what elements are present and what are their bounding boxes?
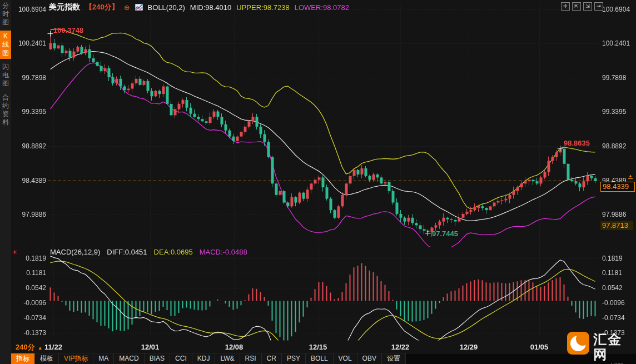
trading-app-window: 分时图K线图闪电图合约资料 ☀ 美元指数 【240分】 ⊕ BOLL(20,2)… — [0, 0, 636, 364]
high-price-label-1: 100.3748 — [53, 26, 83, 34]
logo-mark-icon — [567, 332, 589, 355]
main-axis-tick-right: 97.9886 — [602, 211, 626, 218]
bottom-tab-template[interactable]: 模板 — [35, 353, 59, 364]
bottom-tab-boll[interactable]: BOLL — [306, 353, 334, 364]
sidebar-tab-k-line-chart[interactable]: K线图 — [0, 31, 11, 59]
sidebar-tab-flash-chart[interactable]: 闪电图 — [0, 61, 11, 89]
bottom-tab-bias[interactable]: BIAS — [145, 353, 170, 364]
x-axis-date-label: 12/15 — [309, 343, 327, 351]
indicator-toolbar: 指标模板VIP指标MAMACDBIASCCIKDJLW&RSICRPSYBOLL… — [11, 353, 636, 364]
main-axis-tick-right: 99.7898 — [602, 74, 626, 82]
period-arrow-icon: ▲ — [38, 345, 43, 351]
period-selector[interactable]: 240分▲ — [16, 342, 43, 352]
low-price-label: 97.7445 — [432, 230, 458, 238]
current-price-box: 98.4339 — [600, 182, 635, 192]
main-axis-tick-left: 100.6904 — [15, 6, 46, 13]
boll-mid-value: MID:98.4010 — [190, 3, 231, 12]
x-axis-date-label: 12/08 — [225, 343, 244, 351]
logo-url: www.gold678.com — [593, 362, 636, 364]
bottom-tab-macd[interactable]: MACD — [114, 353, 144, 364]
macd-axis-tick-right: 0.0542 — [602, 284, 623, 292]
boll-lower-value: LOWER:98.0782 — [295, 3, 349, 12]
x-axis-date-label: 11/22 — [44, 343, 62, 351]
macd-axis-tick-left: -0.0734 — [15, 314, 46, 322]
macd-axis-tick-right: -0.0096 — [602, 299, 625, 307]
session-low-box: 97.8713 — [600, 221, 633, 230]
bottom-tab-lwr[interactable]: LW& — [215, 353, 240, 364]
main-axis-tick-left: 98.4389 — [15, 177, 46, 185]
symbol-title: 美元指数 — [49, 2, 80, 12]
macd-title: MACD(26,12,9) — [50, 248, 100, 256]
macd-axis-tick-right: 0.1819 — [602, 255, 623, 262]
chart-header: 美元指数 【240分】 ⊕ BOLL(20,2) MID:98.4010 UPP… — [49, 2, 349, 12]
boll-label: BOLL(20,2) — [148, 3, 185, 12]
add-indicator-icon[interactable]: ⊕ — [124, 3, 130, 12]
main-axis-tick-right: 100.2401 — [602, 39, 630, 47]
logo-text: 汇金网 — [593, 332, 636, 362]
bottom-tab-cci[interactable]: CCI — [170, 353, 192, 364]
macd-diff-value: DIFF:0.0451 — [107, 248, 147, 256]
sidebar-tab-time-share-chart[interactable]: 分时图 — [0, 0, 11, 28]
macd-value: MACD:-0.0488 — [200, 248, 247, 256]
bottom-tab-cr[interactable]: CR — [262, 353, 282, 364]
macd-axis-tick-left: -0.1373 — [15, 329, 46, 337]
macd-axis-tick-left: 0.0542 — [15, 284, 46, 292]
main-axis-tick-left: 99.3395 — [15, 108, 46, 116]
x-axis-date-label: 01/05 — [530, 343, 549, 351]
site-logo: 汇金网 www.gold678.com — [567, 332, 636, 364]
macd-axis-tick-left: 0.1181 — [15, 269, 46, 277]
bottom-tab-obv[interactable]: OBV — [357, 353, 382, 364]
bottom-tab-rsi[interactable]: RSI — [240, 353, 262, 364]
x-axis-date-label: 12/01 — [141, 343, 160, 351]
alert-sun-icon[interactable]: ☀ — [12, 248, 18, 256]
left-sidebar: 分时图K线图闪电图合约资料 — [0, 0, 11, 364]
bottom-tab-vol[interactable]: VOL — [334, 353, 357, 364]
macd-axis-tick-right: -0.0734 — [602, 314, 625, 322]
chart-tool-icons: ✛⇱⇲⇥ — [561, 2, 603, 11]
x-axis-date-label: 12/29 — [460, 343, 478, 351]
boll-upper-value: UPPER:98.7238 — [236, 3, 289, 12]
main-axis-tick-right: 98.8892 — [602, 142, 626, 150]
period-label: 240分 — [16, 343, 35, 351]
chart-type-icon[interactable] — [135, 4, 143, 11]
bottom-tab-vip-indicator[interactable]: VIP指标 — [59, 353, 93, 364]
x-axis-date-label: 12/22 — [391, 343, 410, 351]
period-tag[interactable]: 【240分】 — [85, 2, 119, 12]
macd-header: MACD(26,12,9) DIFF:0.0451 DEA:0.0695 MAC… — [50, 248, 247, 256]
axis-zoom-out-icon[interactable]: ⇲ — [583, 2, 592, 11]
bottom-tab-psy[interactable]: PSY — [282, 353, 306, 364]
axis-zoom-in-icon[interactable]: ⇱ — [572, 2, 581, 11]
bottom-tab-settings[interactable]: 设置 — [382, 353, 406, 364]
sidebar-tab-contract-info[interactable]: 合约资料 — [0, 92, 11, 128]
macd-axis-tick-left: -0.0096 — [15, 299, 46, 307]
bottom-tab-kdj[interactable]: KDJ — [192, 353, 216, 364]
candlestick-chart-canvas[interactable] — [0, 0, 636, 364]
crosshair-icon[interactable]: ✛ — [561, 2, 570, 11]
main-axis-tick-right: 100.6904 — [602, 6, 630, 13]
main-axis-tick-left: 100.2401 — [15, 39, 46, 47]
macd-dea-value: DEA:0.0695 — [154, 248, 193, 256]
price-alert-icon[interactable]: ▲ — [628, 173, 633, 179]
high-price-label-2: 98.8635 — [564, 139, 590, 147]
macd-axis-tick-right: 0.1181 — [602, 269, 622, 277]
main-axis-tick-right: 99.3395 — [602, 108, 626, 116]
main-axis-tick-left: 98.8892 — [15, 142, 46, 150]
pan-right-icon[interactable]: ⇥ — [594, 2, 603, 11]
bottom-tab-indicator[interactable]: 指标 — [11, 353, 35, 364]
main-axis-tick-left: 97.9886 — [15, 211, 46, 218]
bottom-tab-ma[interactable]: MA — [93, 353, 114, 364]
main-axis-tick-left: 99.7898 — [15, 74, 46, 82]
macd-axis-tick-left: 0.1819 — [15, 255, 46, 262]
